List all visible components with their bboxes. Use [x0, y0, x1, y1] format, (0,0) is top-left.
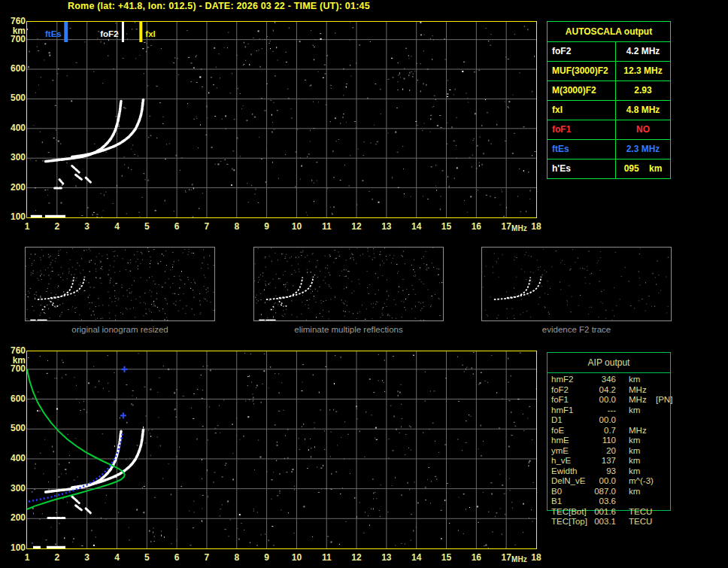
aip-row-unit: TECU — [629, 517, 654, 527]
aip-table-header: AIP output — [548, 353, 670, 373]
x-axis-unit-label: MHz — [511, 555, 527, 563]
aip-row-hve: h_vE137km — [551, 456, 670, 466]
thumb-noise-layer — [483, 248, 669, 320]
aip-table-rows: hmF2346kmfoF204.2MHzfoF100.0MHz[PN]hmF1-… — [548, 373, 670, 527]
x-tick-label: 2 — [48, 221, 66, 232]
aip-row-unit: TECU — [629, 507, 654, 518]
thumb-noise-layer — [254, 248, 442, 320]
autoscala-row-fof2: foF24.2 MHz — [548, 42, 670, 61]
aip-row-label: hmF2 — [551, 375, 593, 385]
x-tick-label: 13 — [378, 221, 396, 232]
x-tick-label: 15 — [438, 221, 456, 232]
x-tick-label: 11 — [317, 552, 335, 563]
aip-row-unit: km — [629, 466, 654, 477]
y-axis-unit-label: km — [2, 26, 26, 37]
marker-label-fof2: foF2 — [100, 29, 118, 38]
bottom-ionogram-plot — [26, 351, 537, 549]
y-tick-label: 200 — [2, 512, 26, 524]
thumbnail-caption-original: original ionogram resized — [25, 325, 215, 334]
x-tick-label: 15 — [438, 552, 456, 563]
autoscala-row-value: 12.3 MHz — [616, 62, 670, 80]
x-tick-label: 7 — [198, 552, 216, 563]
aip-row-label: foF2 — [551, 385, 593, 396]
aip-row-hme: hmE110km — [551, 436, 670, 446]
aip-row-unit: km — [629, 436, 654, 446]
autoscala-row-label: M(3000)F2 — [548, 81, 616, 100]
x-tick-label: 6 — [168, 552, 186, 563]
marker-label-fxi: fxI — [145, 29, 155, 38]
x-tick-label: 9 — [258, 221, 276, 232]
x-tick-label: 16 — [467, 221, 485, 232]
autoscala-row-muf3000f2: MUF(3000)F212.3 MHz — [548, 61, 670, 80]
aip-row-label: foE — [551, 426, 593, 436]
autoscala-row-value: 2.3 MHz — [616, 140, 670, 159]
autoscala-row-label: MUF(3000)F2 — [548, 62, 616, 80]
aip-row-yme: ymE20km — [551, 446, 670, 457]
aip-row-b1: B103.6 — [551, 497, 670, 507]
aip-row-label: hmF1 — [551, 405, 593, 416]
aip-row-value: 087.0 — [593, 487, 616, 497]
x-tick-label: 10 — [287, 221, 305, 232]
aip-row-fof2: foF204.2MHz — [551, 385, 670, 396]
top-ionogram-plot: ftEsfoF2fxI — [26, 21, 537, 218]
aip-row-label: B0 — [551, 487, 593, 497]
thumb-trace-layer — [494, 277, 541, 300]
y-tick-label: 300 — [2, 152, 26, 163]
aip-row-unit: km — [629, 456, 654, 466]
aip-row-tecbot: TEC[Bot]001.6TECU — [551, 507, 670, 518]
autoscala-screen: Rome (lat: +41.8, lon: 012.5) - DATE: 20… — [0, 0, 728, 568]
x-tick-label: 14 — [408, 221, 426, 232]
thumb-noise-layer — [26, 248, 214, 320]
y-axis-unit-label: km — [2, 355, 26, 366]
aip-row-unit: km — [629, 487, 654, 497]
y-tick-label: 600 — [2, 63, 26, 74]
marker-fof2: foF2 — [100, 22, 123, 42]
x-tick-label: 18 — [527, 221, 545, 232]
x-tick-label: 14 — [408, 552, 426, 563]
marker-ftes: ftEs — [45, 22, 66, 42]
aip-row-value: --- — [593, 405, 616, 416]
aip-row-label: h_vE — [551, 456, 593, 466]
aip-row-tectop: TEC[Top]003.1TECU — [551, 517, 670, 527]
thumbnail-caption-evidence: evidence F2 trace — [481, 325, 672, 334]
x-tick-label: 3 — [78, 221, 96, 232]
autoscala-row-hes: h'Es095 km — [548, 159, 670, 178]
aip-row-value: 003.1 — [593, 517, 616, 527]
thumbnail-eliminate-reflections — [253, 247, 444, 321]
autoscala-row-label: ftEs — [548, 140, 616, 159]
x-axis-unit-label: MHz — [511, 224, 527, 232]
autoscala-row-label: h'Es — [548, 159, 616, 178]
x-tick-label: 8 — [228, 552, 246, 563]
autoscala-row-value: 095 km — [616, 159, 670, 178]
aip-row-label: TEC[Top] — [551, 517, 593, 527]
x-tick-label: 4 — [108, 552, 126, 563]
aip-row-label: B1 — [551, 497, 593, 507]
aip-row-value: 20 — [593, 446, 616, 457]
autoscala-row-label: fxI — [548, 101, 616, 120]
aip-row-unit: MHz — [629, 426, 654, 436]
top-ionogram-canvas: ftEsfoF2fxI — [27, 22, 536, 217]
x-tick-label: 16 — [467, 552, 485, 563]
thumbnail-canvas — [254, 248, 443, 320]
aip-row-unit: m^(-3) — [629, 476, 654, 487]
autoscala-row-m3000f2: M(3000)F22.93 — [548, 80, 670, 100]
aip-row-value: 93 — [593, 466, 616, 477]
bottom-ionogram-canvas — [27, 351, 536, 548]
thumbnail-canvas — [26, 248, 214, 320]
aip-output-table: AIP output hmF2346kmfoF204.2MHzfoF100.0M… — [547, 352, 671, 511]
aip-row-foe: foE0.7MHz — [551, 426, 670, 436]
aip-row-value: 001.6 — [593, 507, 616, 518]
autoscala-row-ftes: ftEs2.3 MHz — [548, 139, 670, 159]
autoscala-row-fxi: fxI4.8 MHz — [548, 100, 670, 120]
x-tick-label: 4 — [108, 221, 126, 232]
aip-row-hmf1: hmF1---km — [551, 405, 670, 416]
x-tick-label: 5 — [138, 552, 156, 563]
x-tick-label: 9 — [258, 552, 276, 563]
aip-row-value: 00.0 — [593, 415, 616, 426]
thumbnail-original-ionogram — [25, 247, 215, 321]
y-tick-label: 600 — [2, 393, 26, 405]
autoscala-row-fof1: foF1NO — [548, 120, 670, 139]
marker-fxi: fxI — [141, 22, 155, 42]
thumb-trace-layer — [259, 277, 313, 320]
restored-trace-curve — [29, 433, 123, 502]
